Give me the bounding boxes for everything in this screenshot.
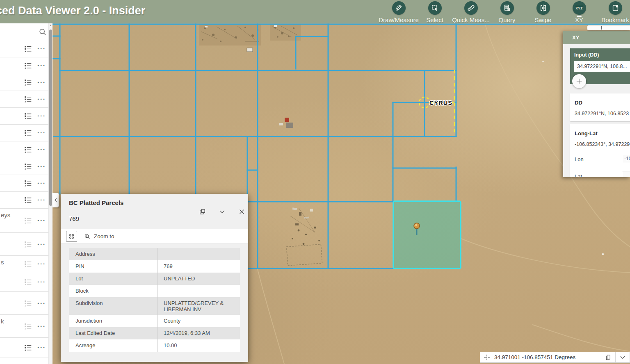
lat-label: Lat xyxy=(575,173,582,177)
legend-icon[interactable] xyxy=(24,260,32,268)
map-label-cyrus: CYRUS xyxy=(429,100,452,106)
sidebar-scrollbar[interactable]: ▲ xyxy=(48,23,52,364)
zoom-to-button[interactable]: Zoom to xyxy=(84,233,114,240)
layer-row[interactable]: ··· xyxy=(0,272,48,292)
layer-row[interactable]: ··· xyxy=(0,338,48,357)
tool-bookmark[interactable]: Bookmark xyxy=(597,1,630,23)
options-ellipsis-icon[interactable]: ··· xyxy=(37,324,46,328)
options-ellipsis-icon[interactable]: ··· xyxy=(37,262,46,266)
options-ellipsis-icon[interactable]: ··· xyxy=(37,301,46,305)
options-ellipsis-icon[interactable]: ··· xyxy=(37,181,46,185)
options-ellipsis-icon[interactable]: ··· xyxy=(37,242,46,246)
dd-card: DD 34.972291°N, 106.8523 xyxy=(570,93,630,121)
widget-bar-tick xyxy=(601,26,602,30)
layer-row[interactable]: eys··· xyxy=(0,209,48,233)
legend-icon[interactable] xyxy=(24,196,32,204)
app-header: ced Data Viewer 2.0 - Insider Draw/Measu… xyxy=(0,0,630,23)
tool-xy[interactable]: XYZXY xyxy=(561,1,597,23)
tool-draw-measure[interactable]: Draw/Measure xyxy=(381,1,417,23)
collapsed-widget-bar[interactable] xyxy=(587,25,630,30)
popup-action-bar: Zoom to xyxy=(61,229,248,244)
field-label: Last Edited Date xyxy=(69,327,158,339)
layer-row[interactable]: ··· xyxy=(0,125,48,141)
dock-icon[interactable] xyxy=(199,208,206,215)
options-ellipsis-icon[interactable]: ··· xyxy=(37,114,46,118)
sidebar-collapse-tab[interactable] xyxy=(52,193,59,207)
layer-list: ······························eys······s… xyxy=(0,41,52,357)
legend-icon[interactable] xyxy=(24,162,32,171)
layer-row[interactable]: ··· xyxy=(0,41,48,57)
layer-row[interactable]: ··· xyxy=(0,108,48,125)
chevron-down-icon[interactable] xyxy=(219,208,226,215)
legend-icon[interactable] xyxy=(24,179,32,187)
selected-parcel[interactable] xyxy=(393,201,461,268)
options-ellipsis-icon[interactable]: ··· xyxy=(37,218,46,223)
layer-row[interactable]: ··· xyxy=(0,91,48,108)
tool-quick-meas[interactable]: Quick Meas... xyxy=(453,1,489,23)
layer-row[interactable]: s··· xyxy=(0,256,48,272)
layer-row[interactable]: ··· xyxy=(0,292,48,315)
tool-select[interactable]: Select xyxy=(417,1,453,23)
field-value: 12/4/2019, 6:33 AM xyxy=(158,327,240,339)
legend-icon[interactable] xyxy=(24,299,32,307)
field-value xyxy=(158,248,240,260)
options-ellipsis-icon[interactable]: ··· xyxy=(37,64,46,68)
legend-icon[interactable] xyxy=(24,146,32,154)
layer-row[interactable]: ··· xyxy=(0,192,48,209)
tool-query[interactable]: Query xyxy=(489,1,525,23)
legend-icon[interactable] xyxy=(24,322,32,330)
scrollbar-thumb[interactable] xyxy=(49,30,52,206)
xy-coordinate-input[interactable]: 34.972291°N, 106.8... xyxy=(574,61,630,72)
layer-row[interactable]: k··· xyxy=(0,315,48,338)
options-ellipsis-icon[interactable]: ··· xyxy=(37,47,46,51)
search-icon[interactable] xyxy=(39,28,47,36)
popup-title: BC Platted Parcels xyxy=(69,199,123,206)
legend-icon[interactable] xyxy=(24,129,32,137)
add-point-button[interactable] xyxy=(572,74,586,88)
options-ellipsis-icon[interactable]: ··· xyxy=(37,164,46,168)
legend-icon[interactable] xyxy=(24,112,32,120)
legend-icon[interactable] xyxy=(24,278,32,286)
draw-measure-icon xyxy=(392,1,406,15)
legend-icon[interactable] xyxy=(24,216,32,225)
swipe-icon xyxy=(536,1,550,15)
legend-icon[interactable] xyxy=(24,95,32,103)
chevron-down-icon[interactable] xyxy=(616,354,630,361)
longlat-card: Long-Lat -106.852343°, 34.97229 Lon -10 … xyxy=(570,124,630,177)
options-ellipsis-icon[interactable]: ··· xyxy=(37,198,46,202)
scrollbar-up-arrow-icon[interactable]: ▲ xyxy=(49,24,52,27)
options-ellipsis-icon[interactable]: ··· xyxy=(37,280,46,284)
field-value: County xyxy=(158,315,240,327)
field-label: Block xyxy=(69,285,158,297)
crosshair-icon[interactable] xyxy=(484,354,490,361)
options-ellipsis-icon[interactable]: ··· xyxy=(37,346,46,350)
tool-label: XY xyxy=(575,16,583,23)
legend-icon[interactable] xyxy=(24,78,32,86)
lon-field[interactable]: -10 xyxy=(622,154,630,163)
layer-row[interactable]: ··· xyxy=(0,57,48,74)
layer-row[interactable]: ··· xyxy=(0,233,48,256)
options-ellipsis-icon[interactable]: ··· xyxy=(37,80,46,84)
legend-icon[interactable] xyxy=(24,61,32,70)
popup-actions-menu-button[interactable] xyxy=(66,231,77,242)
legend-icon[interactable] xyxy=(24,240,32,248)
layer-row[interactable]: ··· xyxy=(0,74,48,91)
options-ellipsis-icon[interactable]: ··· xyxy=(37,97,46,101)
options-ellipsis-icon[interactable]: ··· xyxy=(37,148,46,152)
layer-row[interactable]: ··· xyxy=(0,158,48,175)
copy-icon[interactable] xyxy=(605,354,612,361)
attribute-row: Address xyxy=(69,248,240,260)
zoom-to-label: Zoom to xyxy=(94,233,114,239)
attribute-row: SubdivisionUNPLATTED/GREVEY & LIBERMAN I… xyxy=(69,297,240,315)
options-ellipsis-icon[interactable]: ··· xyxy=(37,131,46,135)
attribute-row: PIN769 xyxy=(69,260,240,273)
layer-row[interactable]: ··· xyxy=(0,141,48,158)
tool-label: Bookmark xyxy=(601,16,629,23)
lat-field[interactable] xyxy=(622,171,630,177)
close-icon[interactable] xyxy=(238,208,245,215)
layer-row[interactable]: ··· xyxy=(0,175,48,192)
legend-icon[interactable] xyxy=(24,344,32,352)
legend-icon[interactable] xyxy=(24,45,32,53)
bookmark-icon xyxy=(609,1,622,15)
tool-swipe[interactable]: Swipe xyxy=(525,1,561,23)
